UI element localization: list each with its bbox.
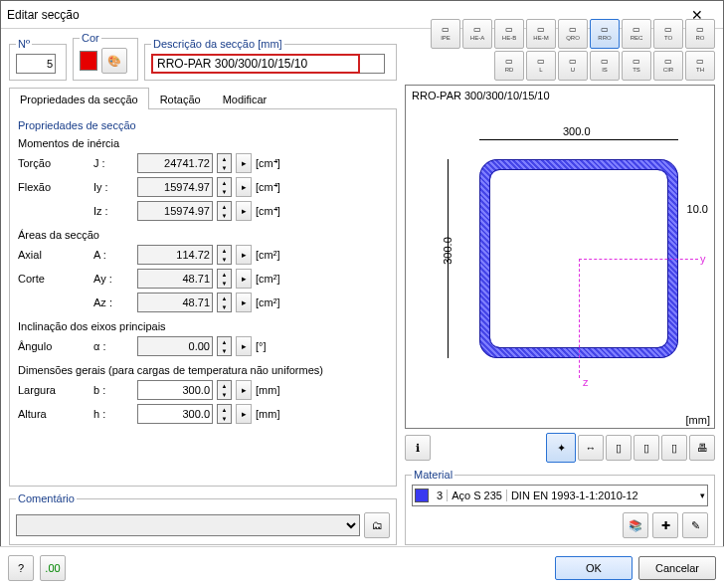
ok-button[interactable]: OK bbox=[555, 556, 633, 580]
iz-spinner[interactable]: ▲▼ bbox=[217, 201, 232, 221]
print-button[interactable]: 🖶 bbox=[689, 435, 715, 461]
section-props-title: Propriedades de secção bbox=[18, 119, 388, 131]
section-type-cir[interactable]: ▭CIR bbox=[653, 51, 683, 81]
flexao-label: Flexão bbox=[18, 181, 90, 193]
j-spinner[interactable]: ▲▼ bbox=[217, 153, 232, 173]
axial-label: Axial bbox=[18, 249, 90, 261]
h-spinner[interactable]: ▲▼ bbox=[217, 404, 232, 424]
section-type-rd[interactable]: ▭RD bbox=[494, 51, 524, 81]
section-type-is[interactable]: ▭IS bbox=[590, 51, 620, 81]
section-type-ipe[interactable]: ▭IPE bbox=[431, 19, 460, 49]
tab-properties[interactable]: Propriedades da secção bbox=[9, 88, 149, 109]
ay-edit-button[interactable]: ▸ bbox=[236, 269, 252, 289]
view-stress2-button[interactable]: ▯ bbox=[634, 435, 659, 461]
preview-title: RRO-PAR 300/300/10/15/10 bbox=[412, 90, 550, 101]
description-dropdown[interactable] bbox=[360, 54, 385, 74]
b-unit: [mm] bbox=[256, 384, 279, 396]
iy-unit: [cm⁴] bbox=[256, 181, 280, 194]
material-norm: DIN EN 1993-1-1:2010-12 bbox=[507, 490, 642, 501]
section-type-he-b[interactable]: ▭HE-B bbox=[494, 19, 524, 49]
units-button[interactable]: .00 bbox=[40, 555, 66, 581]
iy-edit-button[interactable]: ▸ bbox=[236, 177, 252, 197]
section-type-l[interactable]: ▭L bbox=[526, 51, 556, 81]
b-edit-button[interactable]: ▸ bbox=[236, 380, 252, 400]
section-type-he-m[interactable]: ▭HE-M bbox=[526, 19, 556, 49]
section-type-he-a[interactable]: ▭HE-A bbox=[462, 19, 492, 49]
h-edit-button[interactable]: ▸ bbox=[236, 404, 252, 424]
a-symbol: A : bbox=[93, 249, 133, 261]
a-input[interactable] bbox=[137, 245, 213, 265]
help-button[interactable]: ? bbox=[8, 555, 34, 581]
tab-modify[interactable]: Modificar bbox=[212, 88, 278, 109]
material-group: Material 3 Aço S 235 DIN EN 1993-1-1:201… bbox=[405, 469, 715, 545]
view-stress3-button[interactable]: ▯ bbox=[661, 435, 687, 461]
incl-subtitle: Inclinação dos eixos principais bbox=[18, 320, 388, 332]
color-group: Cor 🎨 bbox=[73, 32, 138, 81]
material-library-button[interactable]: 📚 bbox=[623, 512, 648, 538]
a-edit-button[interactable]: ▸ bbox=[236, 245, 252, 265]
section-type-qro[interactable]: ▭QRO bbox=[558, 19, 588, 49]
iz-unit: [cm⁴] bbox=[256, 205, 280, 218]
section-type-rec[interactable]: ▭REC bbox=[622, 19, 651, 49]
info-button[interactable]: ℹ bbox=[405, 435, 431, 461]
material-index: 3 bbox=[433, 490, 448, 501]
section-type-rro[interactable]: ▭RRO bbox=[590, 19, 620, 49]
az-input[interactable] bbox=[137, 293, 213, 312]
a-spinner[interactable]: ▲▼ bbox=[217, 245, 232, 265]
alpha-input[interactable] bbox=[137, 336, 213, 356]
alt-label: Altura bbox=[18, 408, 90, 420]
alpha-spinner[interactable]: ▲▼ bbox=[217, 336, 232, 356]
view-axes-button[interactable]: ✦ bbox=[546, 433, 576, 463]
b-input[interactable] bbox=[137, 380, 213, 400]
corte-label: Corte bbox=[18, 273, 90, 285]
ay-input[interactable] bbox=[137, 269, 213, 289]
comment-group: Comentário 🗂 bbox=[9, 492, 397, 545]
larg-label: Largura bbox=[18, 384, 90, 396]
ay-symbol: Ay : bbox=[93, 273, 133, 285]
iy-input[interactable] bbox=[137, 177, 213, 197]
dim-thickness: 10.0 bbox=[687, 203, 708, 215]
j-edit-button[interactable]: ▸ bbox=[236, 153, 252, 173]
view-stress1-button[interactable]: ▯ bbox=[606, 435, 632, 461]
angulo-label: Ângulo bbox=[18, 340, 90, 352]
h-symbol: h : bbox=[93, 408, 133, 420]
b-symbol: b : bbox=[93, 384, 133, 396]
alpha-edit-button[interactable]: ▸ bbox=[236, 336, 252, 356]
a-unit: [cm²] bbox=[256, 249, 279, 261]
material-edit-button[interactable]: ✎ bbox=[682, 512, 708, 538]
section-type-ro[interactable]: ▭RO bbox=[685, 19, 715, 49]
cancel-button[interactable]: Cancelar bbox=[638, 556, 716, 580]
comment-library-button[interactable]: 🗂 bbox=[364, 512, 390, 538]
chevron-down-icon: ▾ bbox=[700, 490, 705, 500]
material-select[interactable]: 3 Aço S 235 DIN EN 1993-1-1:2010-12 ▾ bbox=[412, 485, 708, 506]
description-input[interactable] bbox=[151, 54, 360, 74]
dim-subtitle: Dimensões gerais (para cargas de tempera… bbox=[18, 364, 388, 376]
tab-rotation[interactable]: Rotação bbox=[149, 88, 212, 109]
section-type-ts[interactable]: ▭TS bbox=[622, 51, 651, 81]
h-input[interactable] bbox=[137, 404, 213, 424]
no-legend: Nº bbox=[16, 38, 32, 50]
section-type-th[interactable]: ▭TH bbox=[685, 51, 715, 81]
iy-symbol: Iy : bbox=[93, 181, 133, 193]
j-input[interactable] bbox=[137, 153, 213, 173]
color-picker-button[interactable]: 🎨 bbox=[101, 48, 127, 74]
az-spinner[interactable]: ▲▼ bbox=[217, 293, 232, 312]
view-dims-button[interactable]: ↔ bbox=[578, 435, 604, 461]
comment-legend: Comentário bbox=[16, 492, 77, 504]
iz-input[interactable] bbox=[137, 201, 213, 221]
material-new-button[interactable]: ✚ bbox=[652, 512, 678, 538]
section-type-to[interactable]: ▭TO bbox=[653, 19, 683, 49]
comment-select[interactable] bbox=[16, 514, 360, 536]
section-type-u[interactable]: ▭U bbox=[558, 51, 588, 81]
iz-edit-button[interactable]: ▸ bbox=[236, 201, 252, 221]
az-symbol: Az : bbox=[93, 296, 133, 308]
b-spinner[interactable]: ▲▼ bbox=[217, 380, 232, 400]
areas-subtitle: Áreas da secção bbox=[18, 229, 388, 241]
color-swatch bbox=[80, 51, 97, 71]
ay-spinner[interactable]: ▲▼ bbox=[217, 269, 232, 289]
alpha-symbol: α : bbox=[93, 340, 133, 352]
az-edit-button[interactable]: ▸ bbox=[236, 293, 252, 312]
number-group: Nº bbox=[9, 38, 67, 81]
iy-spinner[interactable]: ▲▼ bbox=[217, 177, 232, 197]
no-input[interactable] bbox=[16, 54, 56, 74]
